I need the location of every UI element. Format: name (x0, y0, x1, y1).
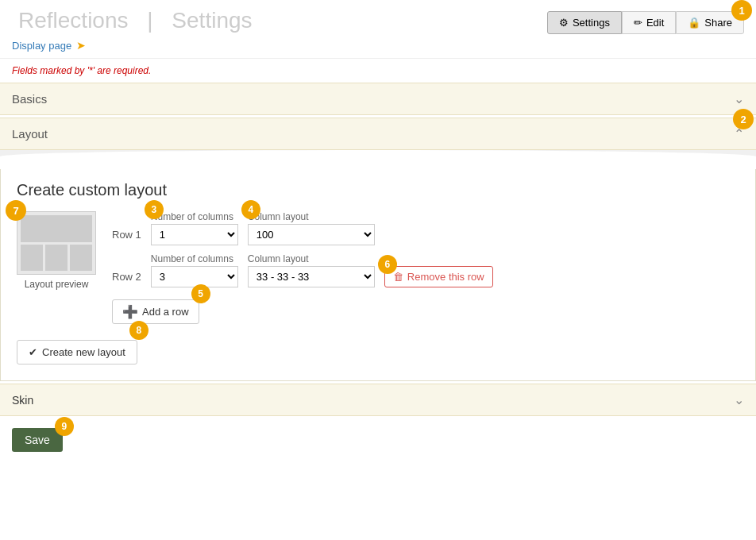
row-1-num-columns-label: Number of columns (151, 211, 238, 222)
badge-8: 8 (129, 321, 148, 340)
page-title: Reflections | Settings (12, 8, 259, 33)
layout-title: Layout (12, 127, 48, 141)
row-1-columns-group: 3 Number of columns 1 2 3 4 (151, 211, 238, 245)
create-layout-button[interactable]: ✔ Create new layout (17, 340, 137, 364)
row-1-layout-group: 4 Column layout 100 (248, 211, 375, 245)
layout-preview-label: Layout preview (25, 279, 89, 290)
lock-icon: 🔒 (688, 17, 700, 29)
top-nav: 1 ⚙ Settings ✏ Edit 🔒 Share (547, 11, 744, 34)
badge-6: 6 (378, 255, 397, 274)
checkmark-icon: ✔ (29, 346, 37, 358)
remove-row-label: Remove this row (407, 271, 484, 283)
skin-chevron-icon: ⌄ (734, 392, 744, 407)
edit-label: Edit (646, 17, 664, 29)
header: Reflections | Settings 1 ⚙ Settings ✏ Ed… (0, 0, 756, 34)
settings-button[interactable]: ⚙ Settings (547, 11, 622, 34)
badge-9: 9 (55, 417, 74, 436)
layout-rows-config: Row 1 3 Number of columns 1 2 3 4 (112, 211, 739, 324)
row-1-label: Row 1 (112, 229, 141, 245)
row-2-column-layout-select[interactable]: 33 - 33 - 33 25 - 50 - 25 50 - 25 - 25 (248, 266, 375, 287)
sub-header: Display page ➤ (0, 34, 756, 59)
custom-layout-section: Create custom layout 7 Layout preview (0, 169, 756, 381)
settings-label: Settings (573, 17, 610, 29)
row-2-num-columns-select[interactable]: 1 2 3 4 (151, 266, 238, 287)
title-separator: | (147, 8, 152, 33)
trash-icon: 🗑 (393, 271, 403, 283)
row-1-column-layout-label: Column layout (248, 211, 375, 222)
save-button[interactable]: Save (12, 428, 63, 452)
badge-4: 4 (241, 200, 260, 219)
external-link-icon: ➤ (76, 39, 86, 52)
required-note: Fields marked by '*' are required. (0, 59, 756, 83)
add-row-label: Add a row (142, 306, 189, 318)
save-section: 9 Save (0, 416, 756, 464)
row-2-columns-group: Number of columns 1 2 3 4 (151, 253, 238, 287)
badge-2: 2 (733, 109, 754, 129)
row-2-config: Row 2 Number of columns 1 2 3 4 Column l… (112, 253, 739, 287)
create-layout-label: Create new layout (42, 346, 125, 358)
row-2-layout-group: Column layout 33 - 33 - 33 25 - 50 - 25 … (248, 253, 375, 287)
section-name: Settings (172, 8, 252, 33)
gear-icon: ⚙ (559, 17, 569, 29)
app-name: Reflections (18, 8, 129, 33)
display-page-link[interactable]: Display page (12, 40, 71, 52)
wave-separator (0, 150, 756, 169)
save-label: Save (25, 434, 50, 446)
row-1-column-layout-select[interactable]: 100 (248, 224, 375, 245)
badge-5: 5 (191, 284, 210, 303)
layout-preview-box: 7 Layout preview (17, 211, 96, 290)
remove-row-button[interactable]: 🗑 Remove this row (384, 266, 493, 287)
layout-chevron-icon: 2 ⌃ (734, 126, 744, 141)
create-layout-wrapper: 8 ✔ Create new layout (17, 332, 137, 364)
row-1-config: Row 1 3 Number of columns 1 2 3 4 (112, 211, 739, 245)
plus-circle-icon: ➕ (122, 304, 138, 319)
badge-3: 3 (145, 200, 164, 219)
row-2-column-layout-label: Column layout (248, 253, 375, 264)
preview-col-3 (70, 245, 92, 272)
layout-preview-visual (17, 211, 96, 275)
custom-layout-title: Create custom layout (17, 181, 739, 199)
preview-col-2 (45, 245, 68, 272)
layout-content: 7 Layout preview Row 1 (17, 211, 739, 324)
basics-section-header[interactable]: Basics ⌄ (0, 83, 756, 115)
share-label: Share (704, 17, 732, 29)
layout-section-header[interactable]: Layout 2 ⌃ (0, 118, 756, 150)
edit-button[interactable]: ✏ Edit (622, 11, 676, 34)
basics-chevron-icon: ⌄ (734, 91, 744, 106)
add-row-button[interactable]: ➕ Add a row (112, 299, 199, 324)
preview-col-1 (21, 245, 43, 272)
basics-title: Basics (12, 92, 47, 106)
add-row-wrapper: 5 ➕ Add a row (112, 295, 199, 324)
preview-row-single (21, 215, 92, 242)
remove-row-wrapper: 6 🗑 Remove this row (384, 266, 493, 287)
skin-section-header[interactable]: Skin ⌄ (0, 384, 756, 416)
badge-1: 1 (731, 0, 752, 21)
row-2-num-columns-label: Number of columns (151, 253, 238, 264)
edit-icon: ✏ (634, 17, 642, 29)
row-2-label: Row 2 (112, 271, 141, 287)
badge-7: 7 (6, 200, 26, 221)
row-1-num-columns-select[interactable]: 1 2 3 4 (151, 224, 238, 245)
preview-row-three (21, 245, 92, 272)
skin-title: Skin (12, 394, 33, 407)
display-page-label: Display page (12, 40, 71, 52)
